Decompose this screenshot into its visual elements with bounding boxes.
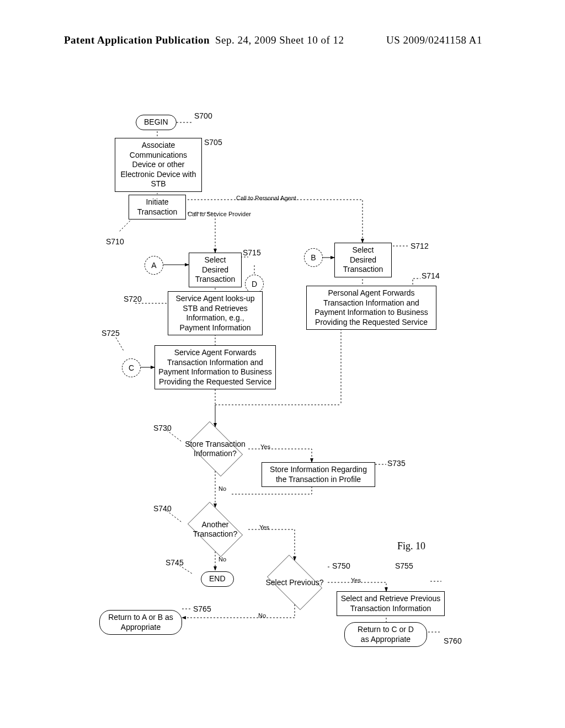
box-personal-forward: Personal Agent Forwards Transaction Info… xyxy=(306,286,436,330)
decision-store-text: Store Transaction Information? xyxy=(182,440,248,458)
step-label-s710: S710 xyxy=(106,237,124,246)
terminator-return-cd: Return to C or D as Appropriate xyxy=(344,622,427,647)
connector-a: A xyxy=(145,256,163,275)
terminator-end: END xyxy=(201,571,234,587)
step-label-s760: S760 xyxy=(444,636,462,645)
box-service-forward: Service Agent Forwards Transaction Infor… xyxy=(154,345,276,389)
box-select-retrieve: Select and Retrieve Previous Transaction… xyxy=(337,591,445,616)
decision-select-previous-text: Select Previous? xyxy=(263,578,326,587)
header-left: Patent Application Publication xyxy=(64,34,210,46)
edge-call-service: Call to Service Provider xyxy=(188,211,251,217)
flow-arrows xyxy=(0,88,565,706)
decision-another: Another Transaction? xyxy=(182,507,248,552)
step-label-s715: S715 xyxy=(243,248,261,257)
box-select-service: Select Desired Transaction xyxy=(189,253,242,287)
step-label-s705: S705 xyxy=(204,138,222,147)
step-label-s745: S745 xyxy=(166,558,184,567)
box-service-lookup: Service Agent looks-up STB and Retrieves… xyxy=(168,291,263,335)
edge-s750-yes: Yes xyxy=(351,577,361,584)
box-select-personal: Select Desired Transaction xyxy=(334,243,392,277)
step-label-s700: S700 xyxy=(194,111,212,120)
header-right: US 2009/0241158 A1 xyxy=(386,34,482,46)
box-initiate: Initiate Transaction xyxy=(129,195,186,220)
step-label-s730: S730 xyxy=(153,424,172,432)
edge-s740-yes: Yes xyxy=(259,524,269,531)
flowchart: BEGIN S700 Associate Communications Devi… xyxy=(0,88,565,706)
decision-another-text: Another Transaction? xyxy=(182,520,248,539)
step-label-s750: S750 xyxy=(332,561,350,570)
step-label-s755: S755 xyxy=(395,561,413,570)
edge-s730-yes: Yes xyxy=(260,443,270,450)
step-label-s720: S720 xyxy=(124,295,142,303)
terminator-begin: BEGIN xyxy=(136,115,177,130)
edge-call-personal: Call to Personal Agent xyxy=(236,195,296,201)
edge-s740-no: No xyxy=(218,556,226,563)
box-associate: Associate Communications Device or other… xyxy=(115,138,202,192)
decision-select-previous: Select Previous? xyxy=(262,560,328,604)
step-label-s725: S725 xyxy=(102,329,120,338)
terminator-return-ab: Return to A or B as Appropriate xyxy=(99,610,182,635)
step-label-s712: S712 xyxy=(411,242,429,250)
connector-b: B xyxy=(304,248,323,267)
connector-c: C xyxy=(122,358,141,377)
step-label-s714: S714 xyxy=(422,271,440,280)
step-label-s740: S740 xyxy=(153,504,172,513)
header-mid: Sep. 24, 2009 Sheet 10 of 12 xyxy=(215,34,344,46)
figure-label: Fig. 10 xyxy=(397,540,425,552)
box-store-profile: Store Information Regarding the Transact… xyxy=(262,462,375,487)
step-label-s735: S735 xyxy=(387,459,406,468)
decision-store: Store Transaction Information? xyxy=(182,427,248,471)
edge-s730-no: No xyxy=(218,485,226,492)
connector-d: D xyxy=(245,275,264,293)
step-label-s765: S765 xyxy=(193,604,211,613)
edge-s750-no: No xyxy=(258,612,266,619)
